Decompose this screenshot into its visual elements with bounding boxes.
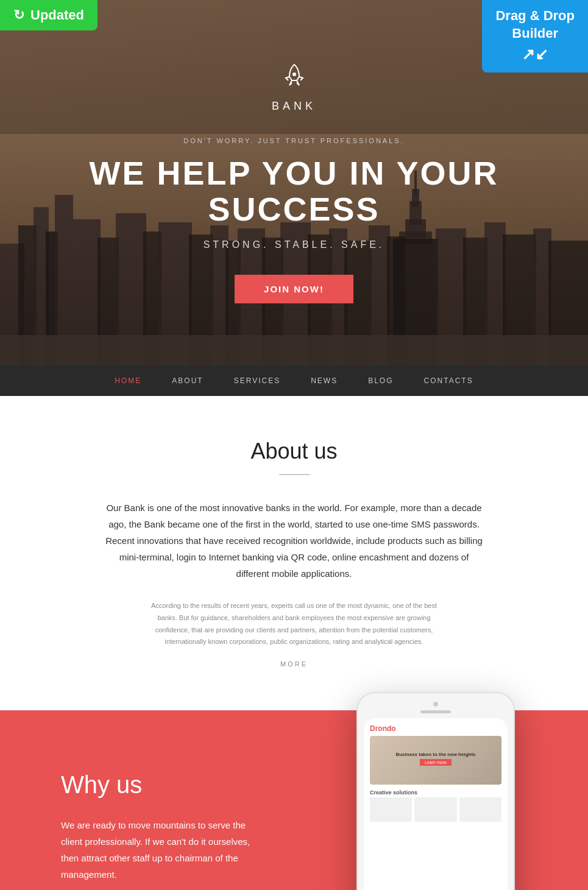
- hero-title: WE HELP YOU IN YOUR SUCCESS: [0, 155, 588, 228]
- why-us-title: Why us: [61, 771, 256, 799]
- updated-label: Updated: [30, 7, 84, 23]
- screen-hero-text: Business taken to the new heights: [395, 752, 475, 757]
- nav-item-blog[interactable]: BLOG: [368, 376, 393, 385]
- updated-badge: ↻ Updated: [0, 0, 97, 30]
- phone-screen: Drondo Business taken to the new heights…: [364, 718, 508, 890]
- screen-cta: Learn more: [420, 759, 452, 766]
- svg-point-35: [292, 72, 296, 76]
- join-now-button[interactable]: JOIN NOW!: [235, 275, 353, 303]
- screen-item-1: [370, 797, 412, 822]
- why-us-section: Why us We are ready to move mountains to…: [0, 710, 588, 890]
- screen-items: [370, 797, 501, 822]
- phone-screen-content: Drondo Business taken to the new heights…: [364, 718, 508, 890]
- hero-tagline: STRONG. STABLE. SAFE.: [204, 239, 385, 250]
- nav-item-home[interactable]: HOME: [115, 376, 141, 385]
- brand-name: BANK: [272, 100, 316, 113]
- phone-speaker: [420, 710, 451, 713]
- phone-camera: [433, 702, 438, 707]
- why-us-main-text: We are ready to move mountains to serve …: [61, 817, 256, 883]
- arrows-icon: ↗↙: [495, 44, 575, 65]
- dnd-line1: Drag & Drop: [495, 8, 575, 23]
- about-divider: [279, 474, 310, 475]
- more-link[interactable]: MORE: [61, 660, 527, 668]
- screen-logo: Drondo: [370, 724, 501, 733]
- dnd-line2: Builder: [512, 26, 558, 41]
- why-us-content: Why us We are ready to move mountains to…: [0, 759, 292, 890]
- rocket-icon: [280, 62, 309, 91]
- about-main-text: Our Bank is one of the most innovative b…: [105, 500, 483, 582]
- phone-frame: Drondo Business taken to the new heights…: [356, 692, 515, 890]
- about-section: About us Our Bank is one of the most inn…: [0, 396, 588, 710]
- phone-mockup: Drondo Business taken to the new heights…: [356, 692, 515, 890]
- navbar: HOME ABOUT SERVICES NEWS BLOG CONTACTS: [0, 366, 588, 396]
- about-title: About us: [61, 439, 527, 464]
- screen-item-2: [414, 797, 456, 822]
- screen-section: Creative solutions: [370, 789, 501, 796]
- nav-item-services[interactable]: SERVICES: [234, 376, 280, 385]
- nav-item-contacts[interactable]: CONTACTS: [424, 376, 473, 385]
- nav-item-news[interactable]: NEWS: [311, 376, 338, 385]
- hero-content: BANK DON'T WORRY. JUST TRUST PROFESSIONA…: [0, 62, 588, 304]
- nav-item-about[interactable]: ABOUT: [172, 376, 203, 385]
- screen-hero-image: Business taken to the new heights Learn …: [370, 736, 501, 785]
- screen-item-3: [459, 797, 501, 822]
- hero-subtitle: DON'T WORRY. JUST TRUST PROFESSIONALS.: [183, 137, 404, 144]
- svg-rect-34: [0, 335, 588, 366]
- refresh-icon: ↻: [13, 7, 24, 23]
- dnd-badge: Drag & Drop Builder ↗↙: [482, 0, 588, 72]
- about-secondary-text: According to the results of recent years…: [148, 600, 441, 648]
